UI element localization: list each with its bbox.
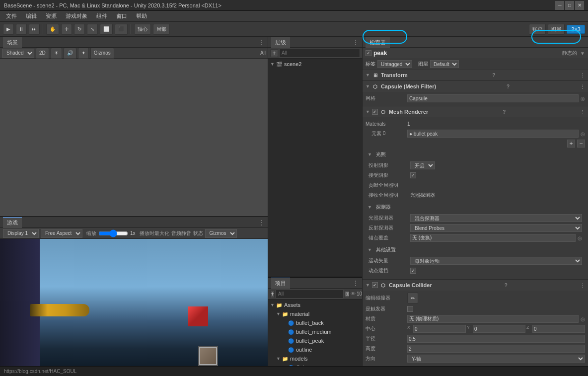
- menu-file[interactable]: 文件: [2, 11, 21, 21]
- center-y-field[interactable]: 0: [473, 325, 525, 333]
- lighting-button[interactable]: ☀: [51, 48, 62, 59]
- transform-section-header[interactable]: ▼ ⊞ Transform ? ⋮: [363, 70, 588, 80]
- project-add-button[interactable]: +: [270, 290, 275, 298]
- is-trigger-checkbox[interactable]: [407, 306, 413, 312]
- mesh-filter-header[interactable]: ▼ ⬡ Capsule (Mesh Filter) ? ⋮: [363, 81, 588, 92]
- reflection-probes-select[interactable]: Blend Probes: [410, 224, 582, 232]
- bullet-medium-item[interactable]: 🔵 bullet_medium: [268, 327, 362, 336]
- element0-target[interactable]: ◎: [581, 131, 585, 137]
- bullet-peak-item[interactable]: 🔵 bullet_peak: [268, 336, 362, 345]
- pause-button[interactable]: ⏸: [16, 24, 27, 35]
- maximize-button[interactable]: □: [565, 1, 574, 10]
- hierarchy-search[interactable]: [279, 49, 360, 58]
- step-button[interactable]: ⏭: [29, 24, 40, 35]
- receive-shadows-checkbox[interactable]: ✓: [410, 172, 416, 178]
- menu-assets[interactable]: 资源: [42, 11, 61, 21]
- mesh-renderer-header[interactable]: ▼ ✓ ⬡ Mesh Renderer ? ⋮: [363, 106, 588, 117]
- capsule-collider-checkbox[interactable]: ✓: [372, 282, 378, 288]
- assets-root[interactable]: ▼ 📁 Assets: [268, 301, 362, 309]
- edit-collider-btn[interactable]: ✏: [407, 293, 418, 303]
- light-probes-select[interactable]: 混合探测器: [410, 214, 582, 222]
- effects-button[interactable]: ✦: [78, 48, 89, 59]
- collider-material-target[interactable]: ◎: [581, 316, 585, 322]
- scene-tab[interactable]: 场景: [3, 37, 22, 48]
- minimize-button[interactable]: ─: [555, 1, 564, 10]
- capsule-menu[interactable]: ⋮: [580, 283, 585, 288]
- local-button[interactable]: 局部: [153, 24, 170, 35]
- mesh-filter-help[interactable]: ?: [507, 84, 510, 89]
- menu-gameobject[interactable]: 游戏对象: [62, 11, 91, 21]
- object-active-checkbox[interactable]: ✓: [366, 50, 371, 56]
- transform-menu[interactable]: ⋮: [580, 73, 585, 78]
- menu-window[interactable]: 窗口: [112, 11, 131, 21]
- rect-tool[interactable]: ⬜: [100, 24, 113, 35]
- audio-button[interactable]: 🔊: [64, 48, 76, 59]
- project-tab[interactable]: 项目: [271, 278, 290, 289]
- collider-material-field[interactable]: 无 (物理材质): [407, 315, 579, 323]
- transform-section: ▼ ⊞ Transform ? ⋮: [363, 70, 588, 81]
- capsule-help[interactable]: ?: [505, 283, 508, 288]
- layer-select[interactable]: Default: [430, 60, 459, 68]
- capsule-collider-header[interactable]: ▼ ✓ ⬡ Capsule Collider ? ⋮: [363, 280, 588, 291]
- inspector-tab[interactable]: 检查器: [366, 37, 390, 48]
- scene-gizmos-button[interactable]: Gizmos: [90, 48, 114, 59]
- layout-button[interactable]: 2×3: [567, 25, 585, 34]
- bullet-back-item[interactable]: 🔵 bullet_back: [268, 318, 362, 327]
- static-dropdown-icon[interactable]: ▼: [580, 51, 585, 56]
- scale-slider[interactable]: [98, 230, 128, 236]
- center-z-field[interactable]: 0: [532, 325, 585, 333]
- mesh-target-icon[interactable]: ◎: [581, 96, 585, 101]
- move-tool[interactable]: ✛: [61, 24, 72, 35]
- game-gizmos-dropdown[interactable]: Gizmos: [205, 229, 237, 238]
- lighting-subsection[interactable]: ▼ 光照: [366, 149, 585, 160]
- aspect-dropdown[interactable]: Free Aspect: [41, 229, 82, 238]
- dynamic-occlusion-checkbox[interactable]: ✓: [410, 268, 416, 274]
- menu-component[interactable]: 组件: [92, 11, 111, 21]
- transform-help[interactable]: ?: [492, 73, 495, 78]
- shading-dropdown[interactable]: Shaded: [2, 49, 34, 58]
- layers-button[interactable]: 图层: [548, 24, 565, 35]
- direction-select[interactable]: Y-轴: [407, 355, 585, 363]
- menu-edit[interactable]: 编辑: [22, 11, 41, 21]
- center-x-field[interactable]: 0: [413, 325, 466, 333]
- element0-field[interactable]: ● bullet peak: [407, 130, 579, 138]
- game-content[interactable]: [0, 239, 268, 376]
- radius-field[interactable]: 0.5: [407, 335, 585, 343]
- project-filter-button[interactable]: ⊞: [345, 290, 350, 298]
- models-folder[interactable]: ▼ 📁 models: [268, 354, 362, 363]
- account-button[interactable]: 账户: [529, 24, 546, 35]
- motion-vectors-select[interactable]: 每对象运动: [410, 257, 582, 265]
- display-dropdown[interactable]: Display 1: [3, 229, 39, 238]
- material-folder[interactable]: ▼ 📁 material: [268, 309, 362, 318]
- cast-shadows-select[interactable]: 开启: [410, 161, 435, 169]
- project-search[interactable]: [276, 290, 344, 299]
- dynamic-occlusion-label: 动态遮挡: [368, 267, 408, 274]
- anchor-field[interactable]: 无 (变换): [410, 234, 576, 242]
- scene-root[interactable]: ▼ 🎬 scene2: [268, 60, 362, 69]
- add-material-btn[interactable]: +: [567, 140, 575, 148]
- tag-select[interactable]: Untagged: [377, 60, 412, 68]
- game-tab[interactable]: 游戏: [3, 217, 22, 228]
- mesh-renderer-help[interactable]: ?: [503, 109, 506, 115]
- remove-material-btn[interactable]: −: [577, 140, 585, 148]
- height-field[interactable]: 2: [407, 345, 585, 353]
- anchor-target[interactable]: ◎: [578, 235, 582, 241]
- 2d-button[interactable]: 2D: [36, 48, 49, 59]
- close-button[interactable]: ✕: [575, 1, 584, 10]
- probes-subsection[interactable]: ▼ 探测器: [366, 202, 585, 213]
- additional-subsection[interactable]: ▼ 其他设置: [366, 244, 585, 255]
- pivot-button[interactable]: 轴心: [134, 24, 151, 35]
- mesh-renderer-menu[interactable]: ⋮: [580, 109, 585, 115]
- mesh-renderer-checkbox[interactable]: ✓: [372, 109, 378, 115]
- hierarchy-add-button[interactable]: +: [270, 49, 278, 57]
- transform-tool[interactable]: ⬛: [115, 24, 128, 35]
- hand-tool[interactable]: ✋: [46, 24, 59, 35]
- outline-item[interactable]: 🔵 outline: [268, 345, 362, 354]
- menu-help[interactable]: 帮助: [132, 11, 151, 21]
- hierarchy-tab[interactable]: 层级: [271, 37, 290, 48]
- rotate-tool[interactable]: ↻: [74, 24, 85, 35]
- transform-icon: ⊞: [372, 72, 379, 78]
- play-button[interactable]: ▶: [3, 24, 14, 35]
- mesh-filter-menu[interactable]: ⋮: [580, 84, 585, 89]
- scale-tool[interactable]: ⤡: [87, 24, 98, 35]
